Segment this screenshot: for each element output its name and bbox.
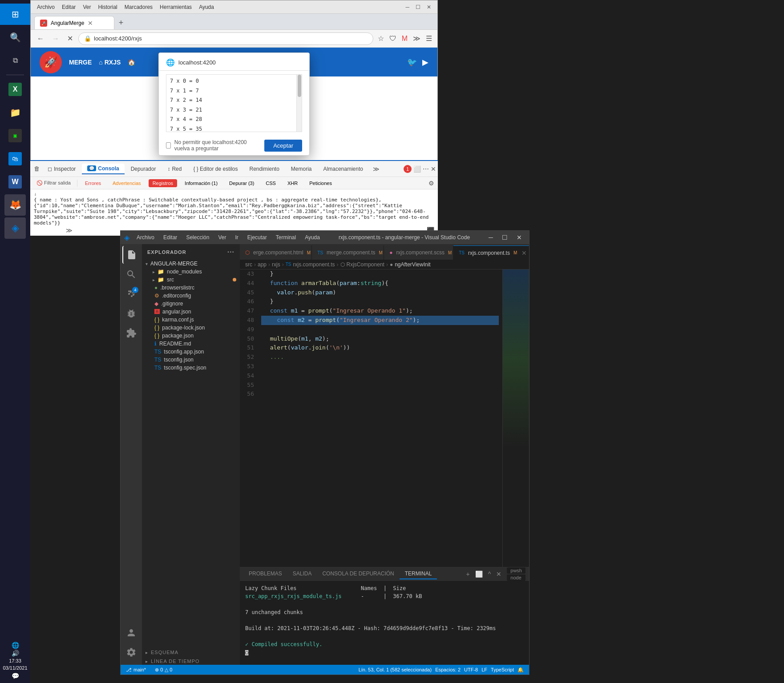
- twitter-icon[interactable]: 🐦: [407, 57, 417, 67]
- vscode-menu-ayuda[interactable]: Ayuda: [301, 233, 323, 242]
- statusbar-spaces[interactable]: Espacios: 2: [433, 667, 462, 673]
- browser-maximize-button[interactable]: ☐: [413, 3, 423, 11]
- browser-new-tab-button[interactable]: +: [114, 16, 128, 29]
- vscode-menu-seleccion[interactable]: Selección: [182, 233, 213, 242]
- activity-explorer-button[interactable]: [122, 246, 140, 264]
- tree-editorconfig[interactable]: ⚙ .editorconfig: [142, 292, 240, 300]
- section-esquema[interactable]: ▸ ESQUEMA: [142, 647, 240, 656]
- explorer-more-button[interactable]: ⋯: [227, 248, 234, 256]
- start-button[interactable]: ⊞: [0, 4, 30, 25]
- devtools-settings-button[interactable]: ⚙: [428, 180, 434, 187]
- store-button[interactable]: 🛍: [4, 148, 26, 169]
- devtools-tab-storage[interactable]: Almacenamiento: [318, 164, 368, 174]
- terminal-tab-terminal[interactable]: TERMINAL: [400, 569, 437, 579]
- dialog-scrollthumb[interactable]: [298, 75, 301, 97]
- breadcrumb-rxjs[interactable]: rxjs: [272, 261, 280, 268]
- folder-button[interactable]: 📁: [4, 102, 26, 123]
- browser-menu-herramientas[interactable]: Herramientas: [157, 3, 194, 11]
- terminal-close-button[interactable]: ✕: [494, 570, 503, 579]
- youtube-icon[interactable]: ▶: [422, 57, 428, 67]
- statusbar-errors[interactable]: ⊗ 0 △ 0: [153, 667, 174, 673]
- vscode-menu-ejecutar[interactable]: Ejecutar: [244, 233, 271, 242]
- tree-angular-json[interactable]: 🅰 angular.json: [142, 308, 240, 316]
- tree-tsconfig-spec[interactable]: TS tsconfig.spec.json: [142, 364, 240, 372]
- editor-tab-merge-html[interactable]: ⬡ erge.component.html M: [240, 245, 312, 260]
- vscode-minimize-button[interactable]: ─: [485, 233, 497, 242]
- breadcrumb-filename[interactable]: rxjs.component.ts: [293, 261, 335, 268]
- rxjs-ts-tab-close-button[interactable]: ✕: [521, 249, 528, 257]
- statusbar-encoding[interactable]: UTF-8: [462, 667, 480, 673]
- dialog-noprompt-label[interactable]: No permitir que localhost:4200 vuelva a …: [174, 139, 261, 152]
- activity-search-button[interactable]: [122, 265, 140, 283]
- devtools-tab-performance[interactable]: Rendimiento: [244, 164, 284, 174]
- filter-warnings-button[interactable]: Advertencias: [109, 179, 145, 187]
- statusbar-feedback[interactable]: 🔔: [516, 667, 525, 673]
- tree-browserslistrc[interactable]: ● .browserslistrc: [142, 284, 240, 292]
- devtools-tab-inspector[interactable]: ◻ Inspector: [42, 164, 81, 174]
- terminal-tab-problems[interactable]: PROBLEMAS: [243, 569, 287, 579]
- activity-settings-button[interactable]: [122, 643, 140, 661]
- site-nav-merge[interactable]: MERGE: [69, 59, 92, 66]
- devtools-collapse-button[interactable]: ≫: [66, 227, 73, 234]
- devtools-tab-console[interactable]: 💬 Consola: [82, 164, 124, 174]
- devtools-overflow-button[interactable]: ⋯: [423, 165, 429, 173]
- filter-css-button[interactable]: CSS: [262, 179, 280, 187]
- devtools-tab-memory[interactable]: Memoria: [286, 164, 317, 174]
- breadcrumb-class[interactable]: RxjsComponent: [347, 261, 384, 268]
- filter-xhr-button[interactable]: XHR: [283, 179, 302, 187]
- vscode-menu-ir[interactable]: Ir: [231, 233, 242, 242]
- devtools-tab-style[interactable]: { } Editor de estilos: [188, 164, 243, 174]
- vscode-close-button[interactable]: ✕: [513, 233, 525, 242]
- breadcrumb-method[interactable]: ngAfterViewInit: [395, 261, 431, 268]
- statusbar-language[interactable]: TypeScript: [489, 667, 516, 673]
- devtools-tab-debugger[interactable]: Depurador: [125, 164, 162, 174]
- editor-tab-merge-ts[interactable]: TS merge.component.ts M: [312, 245, 384, 260]
- browser-shield-button[interactable]: 🛡: [388, 33, 398, 44]
- site-nav-home[interactable]: 🏠: [128, 59, 135, 66]
- editor-tab-rxjs-ts[interactable]: TS rxjs.component.ts M ✕: [453, 245, 529, 260]
- browser-menu-historial[interactable]: Historial: [95, 3, 120, 11]
- tree-tsconfig-app[interactable]: TS tsconfig.app.json: [142, 348, 240, 356]
- notification-icon[interactable]: 💬: [12, 672, 19, 679]
- site-nav-rxjs[interactable]: ⌂ RXJS: [99, 59, 121, 66]
- activity-source-control-button[interactable]: 4: [122, 285, 140, 303]
- browser-back-button[interactable]: ←: [34, 33, 47, 44]
- devtools-clear-button[interactable]: 🗑: [32, 164, 41, 174]
- breadcrumb-ts-file[interactable]: TS: [286, 262, 291, 267]
- browser-bookmark-button[interactable]: ☆: [376, 32, 386, 44]
- browser-refresh-button[interactable]: ✕: [65, 32, 76, 44]
- tree-karma[interactable]: { } karma.conf.js: [142, 316, 240, 324]
- tree-node-modules[interactable]: ▸ 📁 node_modules: [142, 268, 240, 276]
- tree-angular-merge-root[interactable]: ▾ ANGULAR-MERGE: [142, 260, 240, 268]
- devtools-close-button[interactable]: ✕: [431, 165, 436, 173]
- tree-src[interactable]: ▸ 📁 src: [142, 276, 240, 284]
- terminal-tab-salida[interactable]: SALIDA: [287, 569, 317, 579]
- browser-forward-button[interactable]: →: [49, 33, 62, 44]
- terminal-session-node[interactable]: node: [507, 575, 525, 581]
- tree-readme[interactable]: ℹ README.md: [142, 340, 240, 348]
- activity-extensions-button[interactable]: [122, 324, 140, 342]
- browser-minimize-button[interactable]: ─: [403, 3, 412, 11]
- browser-menu-ayuda[interactable]: Ayuda: [196, 3, 217, 11]
- browser-proton-button[interactable]: M: [400, 33, 409, 44]
- activity-debug-button[interactable]: [122, 305, 140, 322]
- code-editor[interactable]: } function armarTabla(param:string){ val…: [258, 269, 502, 567]
- browser-menu-marcadores[interactable]: Marcadores: [122, 3, 155, 11]
- editor-content[interactable]: 43 44 45 46 47 48 49 50 51 52 53 54 55 5…: [240, 269, 529, 567]
- editor-tab-rxjs-scss[interactable]: ● rxjs.component.scss M: [384, 245, 453, 260]
- browser-menu-editar[interactable]: Editar: [59, 3, 78, 11]
- browser-menu-archivo[interactable]: Archivo: [34, 3, 57, 11]
- breadcrumb-src[interactable]: src: [245, 261, 252, 268]
- devtools-tab-network[interactable]: ↕ Red: [162, 164, 187, 174]
- terminal-tab-debug-console[interactable]: CONSOLA DE DEPURACIÓN: [317, 569, 399, 579]
- section-linea-tiempo[interactable]: ▸ LÍNEA DE TIEMPO: [142, 656, 240, 665]
- word-button[interactable]: W: [4, 171, 26, 193]
- devtools-dock-button[interactable]: ⬜: [413, 165, 421, 173]
- vscode-menu-archivo[interactable]: Archivo: [133, 233, 158, 242]
- devtools-more-tabs-button[interactable]: ≫: [369, 164, 383, 174]
- terminal-new-button[interactable]: +: [465, 570, 472, 579]
- filter-debug-button[interactable]: Depurar (3): [225, 179, 258, 187]
- network-icon[interactable]: 🌐: [12, 642, 19, 649]
- vscode-maximize-button[interactable]: ☐: [498, 233, 511, 242]
- dialog-scrollbar[interactable]: [296, 75, 302, 132]
